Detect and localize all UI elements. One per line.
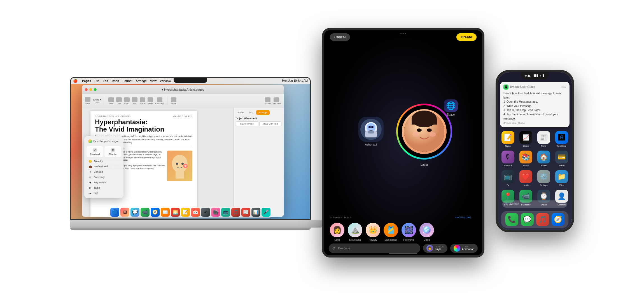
appstore-icon: 🅰 (555, 131, 568, 144)
messages-notification[interactable]: 📱 iPhone User Guide now Here's how to sc… (500, 82, 570, 127)
dock-notes[interactable]: 📝 (181, 208, 190, 217)
dock-facetime2[interactable]: 🎬 (211, 208, 220, 217)
home-icon: 🏠 (537, 151, 550, 163)
stay-on-page-button[interactable]: Stay on Page (236, 121, 258, 126)
suggestion-disco[interactable]: 🪩 Disco (419, 223, 434, 241)
menubar-file[interactable]: File (94, 79, 99, 83)
dock-keynote[interactable]: 📊 (251, 208, 260, 217)
create-button[interactable]: Create (456, 33, 477, 41)
app-news[interactable]: 📰 News (536, 131, 552, 147)
sidebar-tab-style[interactable]: Style (236, 110, 246, 115)
toolbar-format[interactable]: Format (265, 97, 271, 104)
dock-safari[interactable]: 🧭 (151, 208, 160, 217)
menubar-view[interactable]: View (150, 79, 157, 83)
app-home[interactable]: 🏠 Home (536, 151, 552, 167)
toolbar-text[interactable]: Text (132, 97, 137, 104)
dock-appletv[interactable]: 📺 (221, 208, 230, 217)
person-pill[interactable]: 👩 PERSON Layla (423, 244, 447, 253)
suggestions-label: SUGGESTIONS (330, 216, 351, 219)
app-appstore[interactable]: 🅰 App Store (554, 131, 570, 147)
toolbar-chart[interactable]: Chart (124, 97, 130, 104)
dock-mail[interactable]: ✉️ (161, 208, 170, 217)
dock-photos[interactable]: 🌅 (171, 208, 180, 217)
suggestion-mountains[interactable]: ⛰️ Mountains (348, 223, 362, 241)
sidebar-tab-arrange[interactable]: Arrange (256, 110, 270, 115)
iphone-search-bar[interactable]: 🔍 Search (502, 200, 567, 208)
wt-list[interactable]: ≔ List (87, 191, 121, 196)
dock-facetime[interactable]: 📹 (141, 208, 150, 217)
dock-calendar[interactable]: 📅 (191, 208, 200, 217)
style-icon (454, 245, 460, 252)
table-icon: ⊞ (88, 186, 92, 189)
app-books[interactable]: 📚 Books (518, 151, 534, 167)
toolbar-zoom[interactable]: 136% ▾ Zoom (93, 98, 101, 104)
macbook-wallpaper: 🍎 Pages File Edit Insert Format Arrange … (71, 78, 310, 219)
wt-friendly[interactable]: 😊 Friendly (87, 159, 121, 164)
dock-messages[interactable]: 💬 (130, 208, 139, 217)
app-notes[interactable]: 📝 Notes (500, 131, 516, 147)
dock-finder[interactable]: 🔵 (110, 208, 119, 217)
cancel-button[interactable]: Cancel (330, 33, 350, 41)
menubar-pages[interactable]: Pages (82, 79, 91, 83)
proofread-button[interactable]: ✓ Proofread (87, 146, 103, 157)
dock-music[interactable]: 🎵 (231, 208, 240, 217)
app-settings[interactable]: ⚙️ Settings (536, 170, 552, 186)
genmoji-main-area: Astronaut (324, 47, 482, 216)
dock-music[interactable]: 🎵 (536, 213, 549, 226)
dock-news[interactable]: 📰 (241, 208, 250, 217)
sidebar-tab-text[interactable]: Text (246, 110, 256, 115)
wt-table[interactable]: ⊞ Table (87, 185, 121, 191)
writing-tools-header: Describe your change (87, 138, 121, 144)
dock-siri[interactable]: 🎤 (262, 208, 270, 217)
dock-reminders[interactable]: ✓ (201, 208, 210, 217)
app-podcasts[interactable]: 🎙 Podcasts (500, 151, 516, 167)
app-wallet[interactable]: 💳 Wallet (554, 151, 570, 167)
toolbar-share[interactable]: Share (171, 97, 176, 104)
minimize-button[interactable] (89, 88, 92, 91)
toolbar-comment[interactable]: Comment (155, 97, 164, 104)
home-indicator (389, 253, 417, 254)
menubar-insert[interactable]: Insert (111, 79, 119, 83)
dock-safari[interactable]: 🧭 (552, 213, 564, 226)
home-label: Home (541, 164, 547, 167)
wt-keypoints[interactable]: ✱ Key Points (87, 180, 121, 185)
dock-launchpad[interactable]: ⊞ (120, 208, 129, 217)
window-title: ● Hyperphantasia Article.pages (162, 88, 204, 91)
menubar-edit[interactable]: Edit (103, 79, 108, 83)
wt-professional[interactable]: 💼 Professional (87, 164, 121, 169)
menubar-arrange[interactable]: Arrange (136, 79, 146, 83)
close-button[interactable] (85, 88, 88, 91)
app-health[interactable]: ❤️ Health (518, 170, 534, 186)
suggestion-sweatband[interactable]: 🎽 Sweatband (384, 223, 398, 241)
wt-concise[interactable]: ✦ Concise (87, 169, 121, 175)
toolbar-table[interactable]: Table (116, 97, 122, 104)
move-with-text-button[interactable]: Move with Text (259, 121, 282, 126)
toolbar-insert[interactable]: Insert (108, 97, 114, 104)
app-files[interactable]: 📁 Files (554, 170, 570, 186)
dock-phone[interactable]: 📞 (505, 213, 518, 226)
apple-menu-icon[interactable]: 🍎 (73, 79, 78, 83)
person-info: PERSON Layla (435, 246, 444, 251)
suggestion-fireworks[interactable]: 🎆 Fireworks (402, 223, 416, 241)
rewrite-button[interactable]: ↻ Rewrite (104, 146, 121, 157)
toolbar-shape[interactable]: Shape (140, 97, 145, 104)
suggestion-nikki[interactable]: 👩 Nikki (330, 223, 344, 241)
show-more-button[interactable]: SHOW MORE (455, 216, 471, 219)
suggestion-royalty[interactable]: 👑 Royalty (366, 223, 380, 241)
toolbar-document[interactable]: Document (272, 97, 281, 104)
describe-input[interactable]: ⚙ Describe (329, 244, 420, 253)
dock-messages[interactable]: 💬 (521, 213, 534, 226)
menubar-format[interactable]: Format (123, 79, 132, 83)
space-emoji: 🌐 Space (442, 99, 459, 116)
pages-document[interactable]: COGNITIVE SCIENCE COLUMN VOLUME 7, ISSUE… (82, 108, 233, 217)
toolbar-divider-2 (167, 97, 167, 105)
app-tv[interactable]: 📺 TV (500, 170, 516, 186)
wt-summary[interactable]: ≡ Summary (87, 175, 121, 180)
toolbar-media[interactable]: Media (148, 97, 153, 104)
iphone-device: 9:41 ▋▋▋ ▲ ▉ 📱 iPhone User Guide now (496, 70, 574, 232)
menubar-window[interactable]: Window (160, 79, 171, 83)
maximize-button[interactable] (94, 88, 97, 91)
toolbar-view[interactable]: View (85, 97, 90, 105)
style-pill[interactable]: STYLE Animation (450, 244, 478, 253)
app-stocks[interactable]: 📈 Stocks (518, 131, 534, 147)
